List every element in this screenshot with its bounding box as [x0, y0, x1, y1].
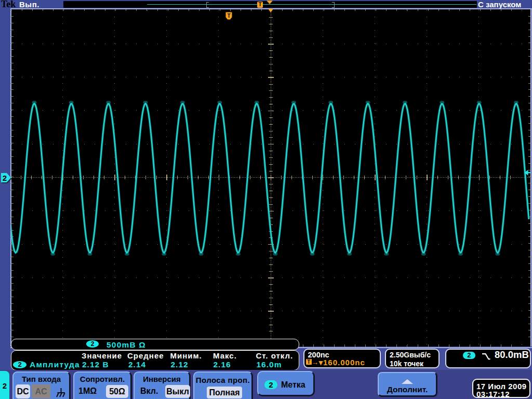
svg-text:T: T: [227, 13, 230, 19]
svg-text:2: 2: [3, 174, 7, 182]
